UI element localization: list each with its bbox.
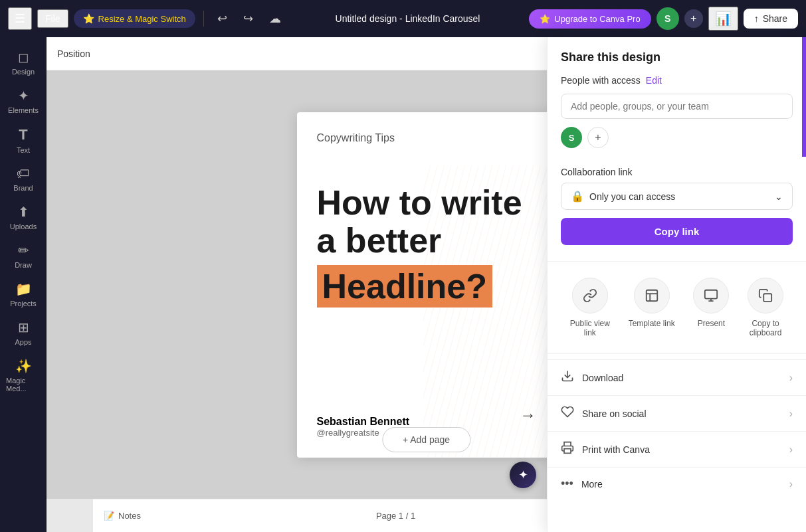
chevron-right-icon: › <box>789 478 793 490</box>
add-collaborator-button[interactable]: + <box>684 9 703 28</box>
sidebar-item-label: Projects <box>10 300 37 308</box>
copy-clipboard-option[interactable]: Copy toclipboard <box>748 278 783 337</box>
people-access-section: People with access Edit S + <box>548 75 806 167</box>
people-access-row: People with access Edit <box>561 75 793 86</box>
share-button[interactable]: Share <box>744 9 798 29</box>
design-icon: ◻ <box>18 49 29 65</box>
chevron-right-icon: › <box>789 372 793 384</box>
download-icon <box>561 369 574 386</box>
divider2 <box>548 353 806 354</box>
chevron-down-icon: ⌄ <box>775 191 783 202</box>
design-card[interactable]: Copywriting Tips How to write a better H… <box>297 112 556 458</box>
sidebar-item-apps[interactable]: ⊞ Apps <box>3 314 43 351</box>
elements-icon: ✦ <box>18 88 29 104</box>
add-person-button[interactable]: + <box>587 127 609 148</box>
sidebar-item-projects[interactable]: 📁 Projects <box>3 276 43 313</box>
brand-icon: 🏷 <box>17 166 30 181</box>
chevron-right-icon: › <box>789 408 793 420</box>
public-view-icon <box>572 278 608 313</box>
sidebar-item-magic-media[interactable]: ✨ Magic Med... <box>3 353 43 398</box>
print-canva-item[interactable]: Print with Canva › <box>548 431 806 467</box>
collab-link-left: 🔒 Only you can access <box>571 190 675 203</box>
uploads-icon: ⬆ <box>18 204 29 220</box>
divider <box>203 11 204 27</box>
analytics-icon[interactable]: 📊 <box>708 7 738 31</box>
lock-icon: 🔒 <box>571 190 584 203</box>
sidebar-item-design[interactable]: ◻ Design <box>3 44 43 81</box>
draw-icon: ✏ <box>18 242 29 258</box>
menu-icon[interactable]: ☰ <box>8 7 32 30</box>
projects-icon: 📁 <box>15 281 32 297</box>
sidebar-item-label: Uploads <box>10 222 37 230</box>
magic-media-icon: ✨ <box>15 358 32 374</box>
sidebar-item-label: Apps <box>15 338 31 346</box>
svg-rect-10 <box>564 449 571 454</box>
share-social-left: Share on social <box>561 405 647 422</box>
template-link-label: Template link <box>629 319 675 328</box>
people-access-label: People with access <box>561 75 641 86</box>
sidebar-item-label: Text <box>17 146 30 154</box>
copy-clipboard-label: Copy toclipboard <box>750 319 782 337</box>
sidebar-item-uploads[interactable]: ⬆ Uploads <box>3 199 43 236</box>
text-icon: T <box>19 126 27 143</box>
sidebar-item-label: Elements <box>8 106 39 114</box>
accent-bar <box>802 37 806 157</box>
share-panel: Share this design People with access Edi… <box>547 37 806 532</box>
copy-link-button[interactable]: Copy link <box>561 218 793 245</box>
user-avatar-s: S <box>561 127 582 148</box>
notes-button[interactable]: 📝 Notes <box>104 511 141 521</box>
undo-button[interactable]: ↩ <box>212 9 233 29</box>
download-item[interactable]: Download › <box>548 359 806 395</box>
present-icon <box>693 278 729 313</box>
collab-link-section: Collaboration link 🔒 Only you can access… <box>548 167 806 256</box>
cloud-save-button[interactable]: ☁ <box>264 9 286 29</box>
resize-magic-switch-button[interactable]: ⭐ Resize & Magic Switch <box>74 9 195 28</box>
apps-icon: ⊞ <box>18 319 29 335</box>
share-social-label: Share on social <box>582 408 647 419</box>
edit-access-button[interactable]: Edit <box>646 75 662 86</box>
position-label: Position <box>57 48 90 59</box>
collab-link-value: Only you can access <box>589 191 675 202</box>
magic-media-floating-button[interactable]: ✦ <box>510 462 536 488</box>
collab-link-dropdown[interactable]: 🔒 Only you can access ⌄ <box>561 183 793 210</box>
avatar-row: S + <box>561 127 793 148</box>
topbar: ☰ File ⭐ Resize & Magic Switch ↩ ↪ ☁ Unt… <box>0 0 806 37</box>
download-label: Download <box>582 373 623 383</box>
public-view-link-option[interactable]: Public viewlink <box>570 278 610 337</box>
redo-button[interactable]: ↪ <box>238 9 258 29</box>
file-menu[interactable]: File <box>37 9 68 28</box>
sidebar-item-brand[interactable]: 🏷 Brand <box>3 161 43 197</box>
svg-rect-8 <box>763 294 771 302</box>
upgrade-button[interactable]: ⭐ Upgrade to Canva Pro <box>529 9 651 29</box>
share-social-icon <box>561 405 574 422</box>
divider <box>548 261 806 262</box>
template-link-icon <box>634 278 670 313</box>
notes-icon: 📝 <box>104 511 114 521</box>
sidebar-item-draw[interactable]: ✏ Draw <box>3 237 43 274</box>
author-name: Sebastian Bennett <box>317 416 410 428</box>
template-link-option[interactable]: Template link <box>629 278 675 337</box>
more-item[interactable]: ••• More › <box>548 467 806 500</box>
notes-label: Notes <box>118 511 141 521</box>
sidebar-item-label: Magic Med... <box>6 377 41 393</box>
present-option[interactable]: Present <box>693 278 729 337</box>
sidebar-item-label: Brand <box>13 184 33 192</box>
share-social-item[interactable]: Share on social › <box>548 395 806 431</box>
svg-rect-5 <box>705 290 717 299</box>
more-left: ••• More <box>561 477 603 491</box>
chevron-right-icon: › <box>789 444 793 456</box>
document-title: Untitled design - LinkedIn Carousel <box>292 13 524 24</box>
upgrade-star-icon: ⭐ <box>540 14 550 24</box>
download-left: Download <box>561 369 623 386</box>
card-main-title: How to write a better <box>317 184 536 260</box>
star-icon: ⭐ <box>83 13 94 24</box>
sidebar-item-elements[interactable]: ✦ Elements <box>3 82 43 120</box>
user-avatar[interactable]: S <box>656 7 679 30</box>
add-page-button[interactable]: + Add page <box>382 427 470 452</box>
svg-rect-2 <box>646 290 657 302</box>
add-people-input[interactable] <box>561 94 793 119</box>
present-label: Present <box>698 319 725 328</box>
sidebar-item-text[interactable]: T Text <box>3 121 43 159</box>
print-canva-label: Print with Canva <box>582 444 650 455</box>
collab-link-label: Collaboration link <box>561 167 793 177</box>
